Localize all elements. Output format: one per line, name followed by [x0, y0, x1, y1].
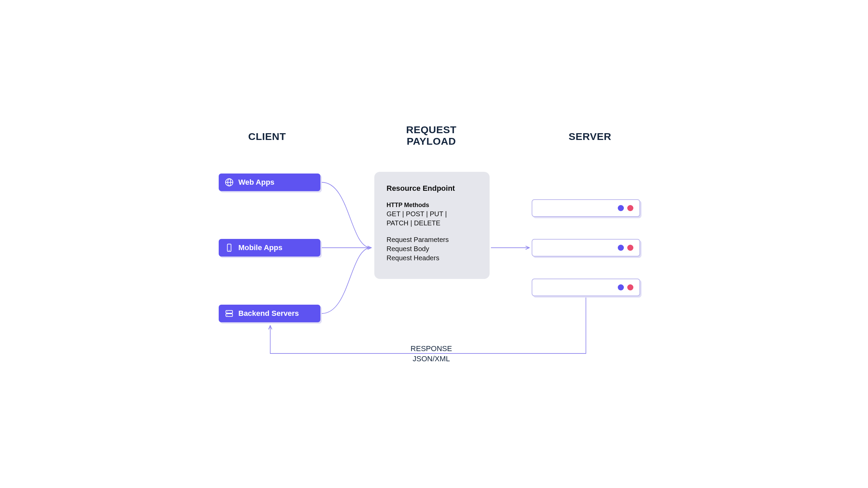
- status-dot-red: [627, 284, 633, 290]
- server-node-1: [532, 199, 640, 217]
- status-dot-blue: [618, 245, 624, 251]
- status-dot-red: [627, 205, 633, 211]
- response-label: RESPONSE JSON/XML: [397, 344, 465, 364]
- payload-body: Request Body: [387, 244, 477, 253]
- client-backend-servers: Backend Servers: [219, 305, 320, 322]
- status-dot-blue: [618, 205, 624, 211]
- client-web-label: Web Apps: [238, 178, 274, 187]
- payload-methods-label: HTTP Methods: [387, 202, 477, 209]
- svg-rect-5: [226, 310, 233, 313]
- payload-box: Resource Endpoint HTTP Methods GET | POS…: [374, 172, 490, 279]
- payload-headers: Request Headers: [387, 253, 477, 263]
- globe-icon: [225, 178, 234, 187]
- svg-rect-6: [226, 314, 233, 317]
- heading-payload: REQUEST PAYLOAD: [394, 124, 469, 147]
- client-mobile-apps: Mobile Apps: [219, 239, 320, 257]
- response-line1: RESPONSE: [411, 344, 452, 353]
- client-web-apps: Web Apps: [219, 174, 320, 191]
- mobile-icon: [225, 243, 234, 252]
- status-dot-blue: [618, 284, 624, 290]
- payload-title: Resource Endpoint: [387, 184, 477, 193]
- heading-client: CLIENT: [248, 131, 286, 142]
- client-mobile-label: Mobile Apps: [238, 243, 282, 252]
- svg-point-7: [227, 311, 228, 312]
- client-backend-label: Backend Servers: [238, 309, 299, 318]
- server-icon: [225, 309, 234, 318]
- payload-methods-line2: PATCH | DELETE: [387, 219, 477, 228]
- flow-web-to-payload: [322, 182, 371, 248]
- svg-point-8: [227, 315, 228, 316]
- heading-server: SERVER: [569, 131, 611, 142]
- server-node-3: [532, 279, 640, 296]
- heading-payload-line1: REQUEST: [406, 124, 457, 135]
- flow-backend-to-payload: [322, 248, 371, 313]
- payload-methods-line1: GET | POST | PUT |: [387, 209, 477, 219]
- diagram-canvas: CLIENT REQUEST PAYLOAD SERVER Web Apps M…: [174, 98, 694, 390]
- response-line2: JSON/XML: [413, 354, 450, 363]
- status-dot-red: [627, 245, 633, 251]
- server-node-2: [532, 239, 640, 257]
- heading-payload-line2: PAYLOAD: [407, 136, 456, 147]
- payload-params: Request Parameters: [387, 235, 477, 244]
